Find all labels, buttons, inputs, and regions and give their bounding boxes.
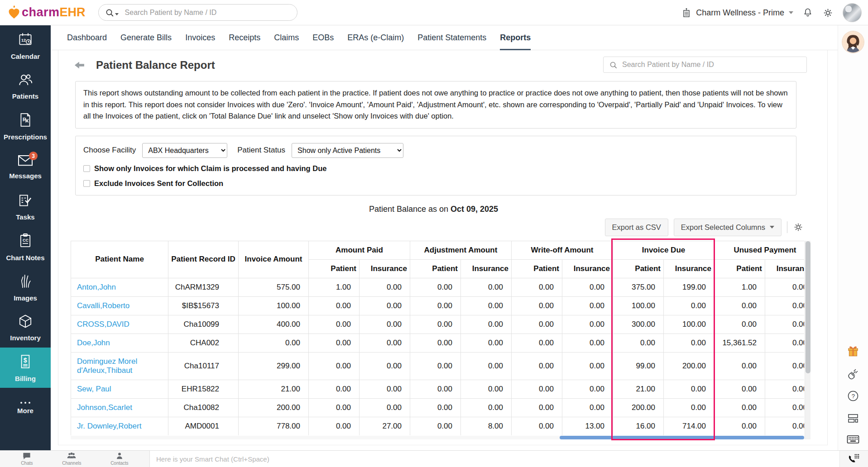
amount-cell: 0.00 — [512, 380, 562, 398]
patient-name-link[interactable]: Doe,John — [77, 338, 110, 347]
amount-cell: 21.00 — [239, 380, 309, 398]
tab-eobs[interactable]: EOBs — [312, 25, 334, 50]
sidebar-item-tasks[interactable]: Tasks — [0, 186, 51, 227]
balance-as-on-line: Patient Balance as on Oct 09, 2025 — [71, 205, 796, 214]
patients-icon — [17, 72, 34, 89]
tab-reports[interactable]: Reports — [500, 25, 531, 50]
exclude-collection-label[interactable]: Exclude Invoices Sent for Collection — [94, 179, 223, 188]
tab-receipts[interactable]: Receipts — [229, 25, 260, 50]
channels-button[interactable]: Channels — [62, 452, 81, 466]
export-csv-button[interactable]: Export as CSV — [605, 219, 668, 236]
sidebar-item-more[interactable]: More — [0, 388, 51, 428]
amount-cell: 0.00 — [410, 398, 461, 417]
integrations-plug-icon[interactable] — [847, 367, 859, 380]
table-vertical-scrollbar[interactable] — [805, 241, 810, 439]
table-row: CROSS,DAVIDCha10099400.000.000.000.000.0… — [71, 315, 805, 334]
search-icon[interactable] — [105, 8, 114, 17]
filter-panel: Choose Facility ABX Headquarters Patient… — [75, 136, 796, 195]
amount-cell: 27.00 — [360, 417, 410, 435]
user-avatar[interactable] — [843, 3, 862, 22]
people-group-icon — [67, 452, 77, 462]
tab-patient-statements[interactable]: Patient Statements — [417, 25, 486, 50]
assistant-avatar[interactable] — [843, 32, 863, 52]
tab-claims[interactable]: Claims — [274, 25, 299, 50]
amount-cell: 0.00 — [512, 352, 562, 380]
patient-name-link[interactable]: Sew, Paul — [77, 385, 111, 393]
widgets-layout-icon[interactable] — [847, 412, 859, 424]
tab-generate-bills[interactable]: Generate Bills — [120, 25, 172, 50]
sidebar-item-prescriptions[interactable]: R Prescriptions — [0, 106, 51, 146]
balance-date: Oct 09, 2025 — [451, 205, 498, 214]
subheader-patient: Patient — [309, 259, 360, 278]
sidebar-item-billing[interactable]: $ Billing — [0, 348, 51, 388]
practice-selector[interactable]: Charm Wellness - Prime — [681, 7, 793, 19]
patient-name-link[interactable]: Jr. Downley,Robert — [77, 422, 141, 430]
global-search-input[interactable] — [125, 9, 297, 17]
sidebar-item-chart-notes[interactable]: CC Chart Notes — [0, 227, 51, 267]
tab-invoices[interactable]: Invoices — [185, 25, 215, 50]
report-patient-search[interactable] — [603, 57, 807, 73]
keyboard-shortcuts-icon[interactable] — [846, 434, 860, 445]
amount-cell: 0.00 — [715, 398, 765, 417]
tab-eras[interactable]: ERAs (e-Claim) — [347, 25, 404, 50]
col-header-invoice-due: Invoice Due — [613, 241, 715, 259]
table-row: Dominguez Morel d'Arleux,ThibautCha10117… — [71, 352, 805, 380]
amount-cell: 0.00 — [765, 398, 804, 417]
amount-cell: 1.00 — [715, 278, 765, 296]
sidebar-item-label: Chart Notes — [6, 254, 44, 262]
smart-chat-input-area[interactable] — [149, 451, 840, 467]
search-scope-caret-icon[interactable] — [115, 13, 119, 15]
patient-status-select[interactable]: Show only Active Patients — [292, 143, 403, 158]
whats-new-gift-icon[interactable] — [846, 344, 860, 358]
report-search-input[interactable] — [622, 61, 806, 69]
settings-button[interactable] — [822, 7, 834, 19]
sidebar-item-label: Patients — [12, 92, 38, 100]
patient-name-link[interactable]: Dominguez Morel d'Arleux,Thibaut — [77, 357, 137, 375]
sidebar-item-patients[interactable]: Patients — [0, 66, 51, 106]
sidebar-item-label: Calendar — [11, 52, 40, 60]
table-horizontal-scrollbar[interactable] — [71, 436, 804, 439]
patient-name-cell: CROSS,DAVID — [71, 315, 168, 334]
patient-name-link[interactable]: CROSS,DAVID — [77, 320, 129, 329]
sidebar-item-inventory[interactable]: Inventory — [0, 307, 51, 348]
billing-dollar-icon: $ — [18, 353, 33, 372]
global-patient-search[interactable] — [98, 4, 297, 21]
smart-chat-input[interactable] — [150, 455, 839, 463]
export-selected-columns-button[interactable]: Export Selected Columns — [674, 219, 782, 236]
sidebar-item-messages[interactable]: 3 Messages — [0, 146, 51, 186]
sidebar-item-label: Messages — [9, 172, 42, 180]
back-button[interactable] — [73, 60, 86, 71]
patient-name-link[interactable]: Cavalli,Roberto — [77, 301, 129, 310]
claim-processed-label[interactable]: Show only Invoices for which Claim is pr… — [94, 164, 326, 173]
table-row: Cavalli,Roberto$IB$15673100.000.000.000.… — [71, 296, 805, 315]
amount-cell: 0.00 — [562, 278, 613, 296]
notifications-button[interactable] — [802, 7, 813, 18]
exclude-collection-checkbox[interactable] — [83, 180, 90, 187]
phone-dialer-button[interactable] — [840, 451, 868, 467]
balance-prefix: Patient Balance as on — [369, 205, 448, 214]
col-header-adjustment-amount: Adjustment Amount — [410, 241, 512, 259]
charm-ehr-logo[interactable]: charmEHR — [6, 5, 86, 20]
sidebar-item-calendar[interactable]: 12 Calendar — [0, 25, 51, 66]
export-caret-icon — [770, 226, 774, 229]
patient-name-link[interactable]: Anton,John — [77, 283, 116, 291]
amount-cell: 15,361.52 — [715, 334, 765, 352]
column-settings-button[interactable] — [793, 222, 804, 233]
help-question-icon[interactable]: ? — [847, 390, 859, 402]
chats-button[interactable]: Chats — [21, 452, 33, 466]
amount-cell: 0.00 — [512, 296, 562, 315]
sidebar-item-images[interactable]: Images — [0, 267, 51, 307]
smart-chat-bar: Chats Channels Contacts — [0, 450, 868, 467]
claim-processed-checkbox[interactable] — [83, 165, 90, 172]
amount-cell: 299.00 — [239, 352, 309, 380]
sidebar-item-label: Inventory — [10, 334, 41, 342]
patient-record-id-cell: Cha10082 — [168, 398, 239, 417]
contacts-button[interactable]: Contacts — [110, 452, 128, 466]
patient-name-link[interactable]: Johnson,Scarlet — [77, 403, 132, 412]
svg-text:$: $ — [24, 356, 27, 363]
facility-select[interactable]: ABX Headquarters — [142, 143, 227, 158]
tab-dashboard[interactable]: Dashboard — [67, 25, 107, 50]
patient-name-cell: Doe,John — [71, 334, 168, 352]
amount-cell: 0.00 — [461, 278, 512, 296]
patient-record-id-cell: ChARM1329 — [168, 278, 239, 296]
